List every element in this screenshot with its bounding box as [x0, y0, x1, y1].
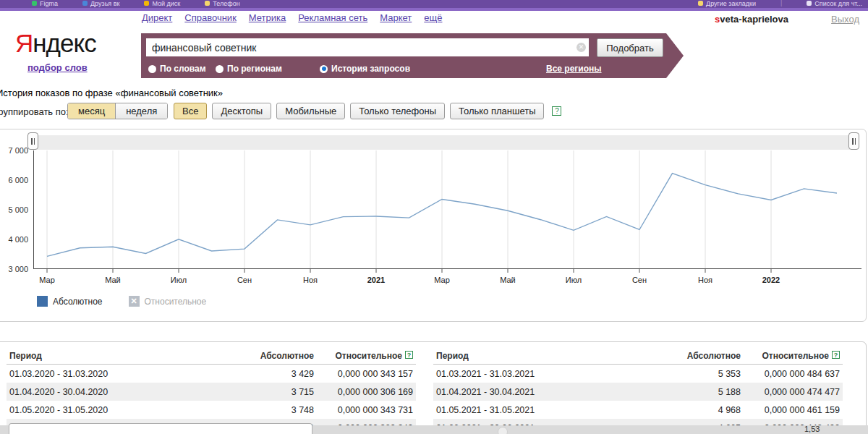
bookmark-separator: | — [780, 0, 782, 7]
device-filter-buttons: ВсеДесктопыМобильныеТолько телефоныТольк… — [174, 103, 561, 119]
clear-input-icon[interactable]: ✕ — [576, 43, 586, 52]
x-tick-label: Ноя — [689, 276, 721, 284]
x-tick-label: Май — [492, 276, 524, 284]
bookmark-item[interactable]: Список для чт... — [807, 0, 862, 7]
help-icon[interactable]: ? — [552, 106, 561, 116]
bookmark-item[interactable]: Мой диск — [144, 0, 180, 7]
bookmark-item[interactable]: Друзья вк — [82, 0, 119, 7]
range-slider-handle-left[interactable] — [27, 132, 38, 150]
nav-link[interactable]: Метрика — [249, 12, 286, 23]
device-filter-button[interactable]: Только телефоны — [350, 103, 445, 119]
range-slider-track[interactable] — [33, 135, 857, 150]
bookmark-label: Список для чт... — [814, 0, 862, 7]
column-header-period: Период — [9, 351, 209, 361]
drive-icon — [144, 1, 149, 6]
cell-relative: 0,000 000 474 477 — [741, 387, 840, 397]
yandex-logo[interactable]: Яндекс — [15, 29, 96, 58]
help-icon[interactable]: ? — [405, 351, 413, 359]
x-tick-label: Мар — [426, 276, 458, 284]
cell-relative: 0,000 000 484 637 — [741, 369, 840, 379]
search-mode-label: История запросов — [331, 64, 410, 74]
group-by-buttons: месяцнеделя — [67, 103, 168, 119]
bottom-partial-input[interactable] — [9, 423, 312, 434]
search-mode-radio[interactable]: История запросов — [320, 64, 410, 74]
y-tick-label: 3 000 — [0, 265, 28, 273]
legend-absolute[interactable]: Абсолютное — [37, 296, 103, 307]
browser-toolbar-edge — [0, 8, 868, 11]
cell-relative: 0,000 000 343 731 — [314, 405, 413, 415]
cell-period: 01.05.2020 - 31.05.2020 — [9, 405, 209, 415]
bottom-partial-circle-icon — [498, 427, 508, 434]
username: sveta-kaprielova — [715, 14, 788, 25]
bookmark-label: Мой диск — [152, 0, 180, 7]
radio-icon — [216, 65, 224, 73]
nav-link[interactable]: Рекламная сеть — [298, 12, 367, 23]
cell-absolute: 3 715 — [209, 387, 314, 397]
nav-link[interactable]: Маркет — [380, 12, 412, 23]
search-panel: ✕ Подобрать По словамПо регионамИстория … — [141, 33, 684, 78]
x-tick-label: Мар — [31, 276, 63, 284]
x-tick-label: Июл — [558, 276, 590, 284]
column-header-absolute: Абсолютное — [209, 351, 314, 361]
range-slider-handle-right[interactable] — [848, 132, 859, 150]
group-by-button[interactable]: неделя — [115, 103, 167, 119]
cell-absolute: 5 353 — [636, 369, 741, 379]
all-regions-link[interactable]: Все регионы — [546, 64, 602, 74]
x-axis-labels: МарМайИюлСенНоя2021МарМайИюлСенНоя2022 — [33, 276, 861, 286]
cell-period: 01.04.2021 - 30.04.2021 — [436, 387, 636, 397]
figma-icon — [32, 1, 37, 6]
legend-absolute-swatch — [37, 296, 48, 307]
x-tick-label: 2022 — [755, 276, 787, 284]
nav-link[interactable]: Директ — [142, 12, 172, 23]
cell-period: 01.03.2021 - 31.03.2021 — [436, 369, 636, 379]
legend-relative[interactable]: ✕ Относительное — [129, 296, 207, 307]
bookmarks-left: FigmaДрузья вкМой дискТелефон — [6, 0, 240, 8]
chart-legend: Абсолютное ✕ Относительное — [37, 296, 206, 307]
periods-table-2020: ПериодАбсолютноеОтносительное?01.03.2020… — [7, 348, 416, 434]
cell-period: 01.04.2020 - 30.04.2020 — [9, 387, 209, 397]
device-filter-button[interactable]: Только планшеты — [450, 103, 544, 119]
bookmark-item[interactable]: Figma — [32, 0, 58, 7]
y-tick-label: 6 000 — [0, 176, 28, 184]
table-row: 01.03.2020 - 31.03.20203 4290,000 000 34… — [7, 365, 416, 383]
y-tick-label: 5 000 — [0, 205, 28, 214]
nav-link[interactable]: Справочник — [184, 12, 237, 23]
device-filter-button[interactable]: Все — [174, 103, 207, 119]
cell-relative: 0,000 000 306 169 — [314, 387, 413, 397]
group-by-label: Группировать по: — [0, 106, 69, 117]
nav-link[interactable]: ещё — [424, 12, 442, 23]
bookmark-label: Друзья вк — [90, 0, 119, 7]
search-mode-radio[interactable]: По словам — [148, 64, 206, 74]
x-tick-label: Июл — [163, 276, 195, 284]
services-nav: ДиректСправочникМетрикаРекламная сетьМар… — [142, 12, 442, 23]
periods-table-card: ПериодАбсолютноеОтносительное?01.03.2020… — [0, 341, 867, 434]
search-mode-label: По словам — [160, 64, 206, 74]
x-tick-label: Май — [97, 276, 129, 284]
wordstat-link[interactable]: подбор слов — [27, 62, 88, 73]
help-icon[interactable]: ? — [832, 351, 840, 359]
y-tick-label: 7 000 — [0, 146, 28, 155]
bookmark-label: Другие закладки — [706, 0, 756, 7]
search-input[interactable] — [146, 38, 589, 56]
legend-relative-swatch: ✕ — [129, 296, 140, 307]
device-filter-button[interactable]: Мобильные — [276, 103, 345, 119]
search-modes: По словамПо регионамИстория запросов — [141, 61, 684, 78]
page-title: История показов по фразе «финансовый сов… — [0, 88, 223, 98]
radio-icon — [148, 65, 156, 73]
bookmarks-right: Другие закладки|Список для чт... — [698, 0, 862, 8]
vk-icon — [82, 1, 88, 6]
logout-link[interactable]: Выход — [831, 14, 859, 25]
bookmark-item[interactable]: Другие закладки — [698, 0, 756, 7]
cell-absolute: 4 968 — [636, 405, 741, 415]
group-by-button[interactable]: месяц — [68, 103, 115, 119]
search-mode-radio[interactable]: По регионам — [216, 64, 282, 74]
table-header-row: ПериодАбсолютноеОтносительное? — [433, 348, 843, 365]
device-filter-button[interactable]: Десктопы — [212, 103, 271, 119]
folder-icon — [205, 1, 210, 6]
search-mode-label: По регионам — [227, 64, 282, 74]
radio-icon — [320, 65, 328, 73]
periods-table-2021: ПериодАбсолютноеОтносительное?01.03.2021… — [433, 348, 843, 434]
bottom-partial-value: 1,53 — [804, 425, 820, 433]
submit-button[interactable]: Подобрать — [597, 38, 663, 57]
bookmark-item[interactable]: Телефон — [205, 0, 239, 7]
